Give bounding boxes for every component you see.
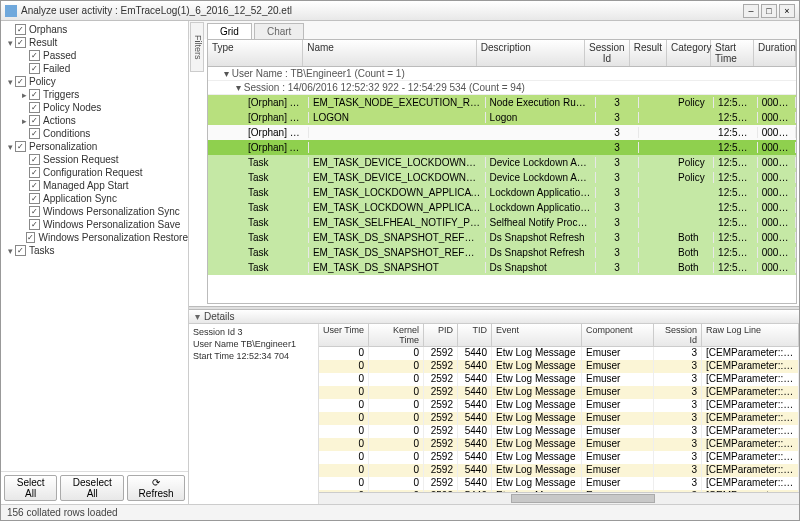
checkbox[interactable]: ✓ [29,89,40,100]
details-row[interactable]: 0025925440Etw Log MessageEmuser3[CEMPara… [319,477,799,490]
checkbox[interactable]: ✓ [29,63,40,74]
col-type[interactable]: Type [208,40,303,66]
tree-node[interactable]: ✓Configuration Request [1,166,188,179]
tree-node[interactable]: ✓Windows Personalization Save [1,218,188,231]
expand-icon[interactable]: ▾ [5,77,15,87]
grid-body[interactable]: ▾ User Name : TB\Engineer1 (Count = 1)▾ … [208,67,796,303]
tree-node[interactable]: ✓Passed [1,49,188,62]
details-grid-header[interactable]: User Time Kernel Time PID TID Event Comp… [319,324,799,347]
maximize-button[interactable]: □ [761,4,777,18]
expand-icon[interactable]: ▸ [19,90,29,100]
dcol-session-id[interactable]: Session Id [654,324,702,346]
details-row[interactable]: 0025925440Etw Log MessageEmuser3[CEMPara… [319,347,799,360]
grid-row[interactable]: [Orphan] Policy Node312:52:34…000ms [208,125,796,140]
details-row[interactable]: 0025925440Etw Log MessageEmuser3[CEMPara… [319,412,799,425]
checkbox[interactable]: ✓ [15,37,26,48]
tree-node[interactable]: ✓Failed [1,62,188,75]
scrollbar-thumb[interactable] [511,494,655,503]
col-name[interactable]: Name [303,40,477,66]
checkbox[interactable]: ✓ [29,180,40,191]
details-row[interactable]: 0025925440Etw Log MessageEmuser3[CEMPara… [319,438,799,451]
col-description[interactable]: Description [477,40,585,66]
tree-node[interactable]: ▾✓Tasks [1,244,188,257]
checkbox[interactable]: ✓ [29,206,40,217]
tree-node[interactable]: ✓Policy Nodes [1,101,188,114]
grid-row[interactable]: [Orphan] TaskEM_TASK_NODE_EXECUTION_RUN_… [208,95,796,110]
checkbox[interactable]: ✓ [15,141,26,152]
checkbox[interactable]: ✓ [29,193,40,204]
tree-node[interactable]: ✓Managed App Start [1,179,188,192]
tree-node[interactable]: ✓Windows Personalization Restore [1,231,188,244]
grid-row[interactable]: TaskEM_TASK_LOCKDOWN_APPLICATION_STARTLo… [208,200,796,215]
tree-node[interactable]: ✓Orphans [1,23,188,36]
deselect-all-button[interactable]: Deselect All [60,475,124,501]
expand-icon[interactable]: ▸ [19,116,29,126]
group-row[interactable]: ▾ User Name : TB\Engineer1 (Count = 1) [208,67,796,81]
grid-row[interactable]: TaskEM_TASK_DS_SNAPSHOT_REFRESHDs Snapsh… [208,230,796,245]
checkbox[interactable]: ✓ [26,232,35,243]
details-header[interactable]: ▾ Details [189,310,799,324]
col-start-time[interactable]: Start Time [711,40,754,66]
checkbox[interactable]: ✓ [29,128,40,139]
tree-node[interactable]: ✓Application Sync [1,192,188,205]
dcol-raw[interactable]: Raw Log Line [702,324,799,346]
filter-tree[interactable]: ✓Orphans▾✓Result ✓Passed ✓Failed▾✓Policy… [1,21,188,471]
details-row[interactable]: 0025925440Etw Log MessageEmuser3[CEMPara… [319,386,799,399]
grid-row[interactable]: TaskEM_TASK_LOCKDOWN_APPLICATION_STARTLo… [208,185,796,200]
checkbox[interactable]: ✓ [15,76,26,87]
grid-row[interactable]: TaskEM_TASK_SELFHEAL_NOTIFY_PROCESS_STOP… [208,215,796,230]
grid-row[interactable]: [Orphan] Action312:52:34…000ms [208,140,796,155]
checkbox[interactable]: ✓ [15,24,26,35]
col-category[interactable]: Category [667,40,711,66]
group-row[interactable]: ▾ Session : 14/06/2016 12:52:32 922 - 12… [208,81,796,95]
tree-node[interactable]: ▾✓Personalization [1,140,188,153]
details-row[interactable]: 0025925440Etw Log MessageEmuser3[CEMPara… [319,360,799,373]
dcol-component[interactable]: Component [582,324,654,346]
col-duration[interactable]: Duration [754,40,796,66]
checkbox[interactable]: ✓ [29,154,40,165]
collapse-icon[interactable]: ▾ [195,311,200,322]
details-row[interactable]: 0025925440Etw Log MessageEmuser3[CEMPara… [319,373,799,386]
grid-row[interactable]: TaskEM_TASK_DEVICE_LOCKDOWN_APPLICATION_… [208,155,796,170]
tree-node[interactable]: ▾✓Result [1,36,188,49]
col-result[interactable]: Result [630,40,667,66]
details-grid-body[interactable]: 0025925440Etw Log MessageEmuser3[CEMPara… [319,347,799,492]
tree-node[interactable]: ▸✓Actions [1,114,188,127]
checkbox[interactable]: ✓ [15,245,26,256]
grid-row[interactable]: TaskEM_TASK_DS_SNAPSHOTDs Snapshot3Both1… [208,260,796,275]
close-button[interactable]: × [779,4,795,18]
col-session-id[interactable]: Session Id [585,40,630,66]
dcol-user-time[interactable]: User Time [319,324,369,346]
tab-chart[interactable]: Chart [254,23,304,39]
expand-icon[interactable]: ▾ [5,38,15,48]
dcol-event[interactable]: Event [492,324,582,346]
details-h-scrollbar[interactable] [319,492,799,504]
tree-node[interactable]: ✓Session Request [1,153,188,166]
checkbox[interactable]: ✓ [29,115,40,126]
checkbox[interactable]: ✓ [29,102,40,113]
checkbox[interactable]: ✓ [29,50,40,61]
expand-icon[interactable]: ▾ [5,246,15,256]
details-row[interactable]: 0025925440Etw Log MessageEmuser3[CEMPara… [319,399,799,412]
refresh-button[interactable]: ⟳ Refresh [127,475,185,501]
checkbox[interactable]: ✓ [29,167,40,178]
expand-icon[interactable]: ▾ [5,142,15,152]
dcol-pid[interactable]: PID [424,324,458,346]
tree-node[interactable]: ✓Windows Personalization Sync [1,205,188,218]
tree-node[interactable]: ▸✓Triggers [1,88,188,101]
minimize-button[interactable]: – [743,4,759,18]
grid-header[interactable]: Type Name Description Session Id Result … [208,40,796,67]
grid-row[interactable]: TaskEM_TASK_DEVICE_LOCKDOWN_APPLICATION_… [208,170,796,185]
details-row[interactable]: 0025925440Etw Log MessageEmuser3[CEMPara… [319,451,799,464]
dcol-kernel-time[interactable]: Kernel Time [369,324,424,346]
select-all-button[interactable]: Select All [4,475,57,501]
grid-row[interactable]: TaskEM_TASK_DS_SNAPSHOT_REFRESHDs Snapsh… [208,245,796,260]
dcol-tid[interactable]: TID [458,324,492,346]
details-row[interactable]: 0025925440Etw Log MessageEmuser3[CEMPara… [319,464,799,477]
details-row[interactable]: 0025925440Etw Log MessageEmuser3[CEMPara… [319,425,799,438]
grid-row[interactable]: [Orphan] TriggerLOGONLogon312:52:34…000m… [208,110,796,125]
tab-grid[interactable]: Grid [207,23,252,39]
checkbox[interactable]: ✓ [29,219,40,230]
filters-flyout-tab[interactable]: Filters [190,22,204,72]
tree-node[interactable]: ▾✓Policy [1,75,188,88]
